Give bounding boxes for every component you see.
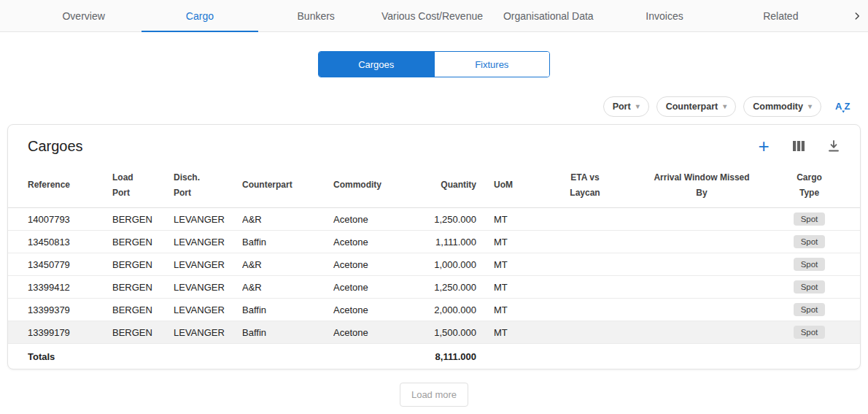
table-row[interactable]: 13399412 BERGEN LEVANGER A&R Acetone 1,2…: [8, 276, 860, 299]
cell-commodity: Acetone: [333, 327, 421, 338]
tab-label: Invoices: [646, 10, 683, 22]
cell-load-port: BERGEN: [112, 237, 174, 248]
tab-label: Organisational Data: [503, 10, 594, 22]
cell-quantity: 1,250.000: [421, 214, 494, 225]
cell-load-port: BERGEN: [112, 327, 174, 338]
cell-cargo-type: Spot: [778, 235, 840, 248]
cell-quantity: 2,000.000: [421, 304, 494, 315]
column-header-eta-vs-laycan: ETA vsLaycan: [545, 170, 625, 200]
cell-commodity: Acetone: [333, 259, 421, 270]
cell-disch-port: LEVANGER: [174, 304, 242, 315]
tab-label: Related: [763, 10, 798, 22]
cell-disch-port: LEVANGER: [174, 237, 242, 248]
cargo-type-badge: Spot: [794, 280, 826, 294]
cell-reference: 13399412: [28, 282, 112, 293]
add-cargo-icon[interactable]: +: [755, 137, 772, 155]
svg-text:Z: Z: [845, 101, 850, 112]
chevron-down-icon: ▾: [636, 103, 640, 110]
cell-uom: MT: [494, 327, 545, 338]
cell-counterpart: Baffin: [242, 237, 333, 248]
tab-bunkers[interactable]: Bunkers: [258, 0, 374, 31]
tab-label: Bunkers: [298, 10, 335, 22]
tab-organisational-data[interactable]: Organisational Data: [490, 0, 606, 31]
tab-cargo[interactable]: Cargo: [142, 0, 257, 31]
filter-port[interactable]: Port ▾: [603, 96, 649, 117]
cargo-type-badge: Spot: [794, 235, 826, 248]
cell-load-port: BERGEN: [112, 214, 174, 225]
cell-counterpart: Baffin: [242, 327, 333, 338]
table-row[interactable]: 14007793 BERGEN LEVANGER A&R Acetone 1,2…: [8, 208, 860, 231]
tab-related[interactable]: Related: [723, 0, 839, 31]
download-icon[interactable]: [825, 137, 842, 155]
cell-uom: MT: [494, 282, 545, 293]
cell-cargo-type: Spot: [778, 326, 840, 339]
view-toggle-group: Cargoes Fixtures: [318, 51, 550, 77]
card-header: Cargoes +: [8, 125, 860, 163]
chevron-right-icon[interactable]: [852, 0, 862, 31]
chevron-down-icon: ▾: [808, 103, 812, 110]
table-row[interactable]: 13450813 BERGEN LEVANGER Baffin Acetone …: [8, 231, 860, 253]
load-more-container: Load more: [0, 383, 868, 407]
svg-text:A: A: [835, 101, 842, 112]
tab-label: Overview: [62, 10, 104, 22]
columns-icon[interactable]: [790, 137, 807, 155]
tab-label: Various Cost/Revenue: [381, 10, 483, 22]
totals-label: Totals: [28, 351, 112, 362]
cell-commodity: Acetone: [333, 304, 421, 315]
filter-bar: Port ▾ Counterpart ▾ Commodity ▾ A Z: [16, 96, 852, 117]
cargo-type-badge: Spot: [794, 303, 826, 316]
column-header-arrival-window-missed-by: Arrival Window MissedBy: [625, 170, 778, 200]
cell-uom: MT: [494, 214, 545, 225]
tab-label: Cargo: [186, 10, 214, 22]
cell-uom: MT: [494, 259, 545, 270]
cell-cargo-type: Spot: [778, 280, 840, 294]
cell-counterpart: A&R: [242, 259, 333, 270]
tab-invoices[interactable]: Invoices: [606, 0, 722, 31]
top-navigation-bar: Overview Cargo Bunkers Various Cost/Reve…: [0, 0, 868, 32]
column-header-commodity: Commodity: [333, 177, 421, 192]
column-header-uom: UoM: [494, 177, 545, 192]
cargoes-card: Cargoes + Reference LoadPort Disch.Port: [7, 124, 861, 369]
sort-alphabetical-icon[interactable]: A Z: [834, 99, 852, 114]
cell-counterpart: Baffin: [242, 304, 333, 315]
cell-reference: 13450813: [28, 237, 112, 248]
column-header-cargo-type: CargoType: [778, 170, 840, 200]
cell-disch-port: LEVANGER: [174, 214, 242, 225]
column-header-quantity: Quantity: [421, 177, 494, 192]
table-row[interactable]: 13399179 BERGEN LEVANGER Baffin Acetone …: [8, 321, 860, 344]
cell-quantity: 1,500.000: [421, 327, 494, 338]
load-more-button[interactable]: Load more: [400, 383, 468, 407]
cell-reference: 13399179: [28, 327, 112, 338]
cargo-type-badge: Spot: [794, 326, 826, 339]
tab-various-cost-revenue[interactable]: Various Cost/Revenue: [374, 0, 490, 31]
cell-reference: 14007793: [28, 214, 112, 225]
table-row[interactable]: 13399379 BERGEN LEVANGER Baffin Acetone …: [8, 299, 860, 321]
filter-counterpart[interactable]: Counterpart ▾: [656, 96, 737, 117]
cell-quantity: 1,111.000: [421, 237, 494, 248]
cell-quantity: 1,000.000: [421, 259, 494, 270]
cell-load-port: BERGEN: [112, 304, 174, 315]
filter-label: Port: [613, 101, 631, 112]
cell-disch-port: LEVANGER: [174, 259, 242, 270]
toggle-cargoes-button[interactable]: Cargoes: [319, 52, 434, 77]
cell-cargo-type: Spot: [778, 212, 840, 226]
filter-commodity[interactable]: Commodity ▾: [743, 96, 821, 117]
cell-load-port: BERGEN: [112, 259, 174, 270]
chevron-down-icon: ▾: [723, 103, 726, 110]
totals-quantity: 8,111.000: [421, 351, 494, 362]
column-header-reference: Reference: [28, 177, 112, 192]
cargo-type-badge: Spot: [794, 212, 826, 226]
tab-overview[interactable]: Overview: [26, 0, 142, 31]
cell-reference: 13450779: [28, 259, 112, 270]
cell-counterpart: A&R: [242, 214, 333, 225]
table-header-row: Reference LoadPort Disch.Port Counterpar…: [8, 163, 860, 208]
toggle-fixtures-button[interactable]: Fixtures: [434, 52, 550, 77]
card-actions: +: [755, 137, 842, 155]
column-header-disch-port: Disch.Port: [174, 170, 242, 200]
cell-uom: MT: [494, 237, 545, 248]
table-row[interactable]: 13450779 BERGEN LEVANGER A&R Acetone 1,0…: [8, 253, 860, 276]
cell-quantity: 1,250.000: [421, 282, 494, 293]
cargo-type-badge: Spot: [794, 258, 826, 271]
cell-disch-port: LEVANGER: [174, 282, 242, 293]
cell-commodity: Acetone: [333, 282, 421, 293]
